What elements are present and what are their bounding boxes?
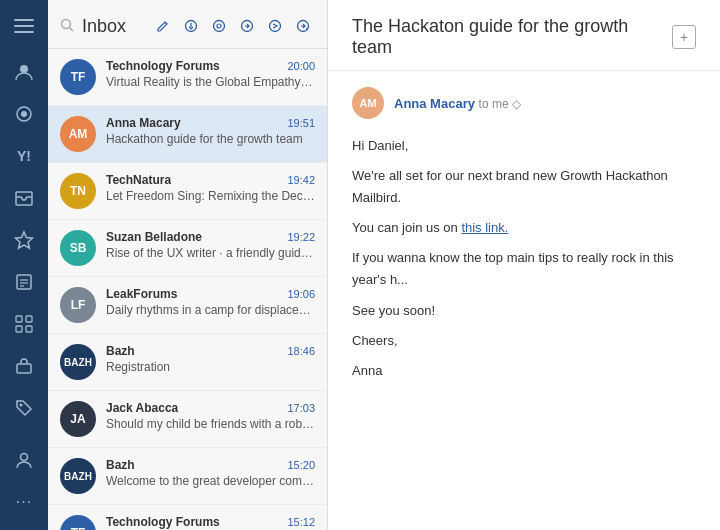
from-row: AM Anna Macary to me ◇	[352, 87, 696, 119]
email-subject: Welcome to the great developer commu...	[106, 474, 315, 488]
add-to-folder-icon[interactable]: +	[672, 25, 696, 49]
sender-avatar: AM	[352, 87, 384, 119]
sidebar-item-people[interactable]	[4, 52, 44, 92]
body-cheers: Cheers,	[352, 330, 696, 352]
email-item[interactable]: TF Technology Forums 15:12 Learning in V…	[48, 505, 327, 530]
email-content: Anna Macary 19:51 Hackathon guide for th…	[106, 116, 315, 146]
sidebar: Y!	[0, 0, 48, 530]
body-see-you: See you soon!	[352, 300, 696, 322]
email-meta: Technology Forums 20:00	[106, 59, 315, 73]
svg-point-19	[214, 21, 225, 32]
svg-rect-10	[26, 316, 32, 322]
email-subject: Should my child be friends with a robot.…	[106, 417, 315, 431]
compose-icon[interactable]	[151, 14, 175, 38]
svg-point-14	[20, 404, 23, 407]
from-name: Anna Macary	[394, 96, 475, 111]
toolbar-icons	[151, 14, 315, 38]
svg-point-2	[21, 111, 27, 117]
sidebar-item-store[interactable]	[4, 346, 44, 386]
sidebar-item-starred[interactable]	[4, 220, 44, 260]
avatar: SB	[60, 230, 96, 266]
svg-point-16	[62, 19, 71, 28]
more-actions-icon[interactable]	[291, 14, 315, 38]
sidebar-item-notes[interactable]	[4, 262, 44, 302]
forward-icon[interactable]	[263, 14, 287, 38]
email-subject: Daily rhythms in a camp for displaced pe…	[106, 303, 315, 317]
download-icon[interactable]	[179, 14, 203, 38]
svg-line-17	[70, 27, 74, 31]
email-sender: LeakForums	[106, 287, 177, 301]
email-content: Technology Forums 15:12 Learning in VR w…	[106, 515, 315, 530]
email-sender: Anna Macary	[106, 116, 181, 130]
email-item[interactable]: BAZH Bazh 15:20 Welcome to the great dev…	[48, 448, 327, 505]
main-content: Inbox	[48, 0, 720, 530]
email-meta: LeakForums 19:06	[106, 287, 315, 301]
email-content: Technology Forums 20:00 Virtual Reality …	[106, 59, 315, 89]
avatar: LF	[60, 287, 96, 323]
email-sender: Jack Abacca	[106, 401, 178, 415]
reply-icon[interactable]	[235, 14, 259, 38]
email-item[interactable]: JA Jack Abacca 17:03 Should my child be …	[48, 391, 327, 448]
avatar: AM	[60, 116, 96, 152]
avatar: BAZH	[60, 344, 96, 380]
body-line-1: We're all set for our next brand new Gro…	[352, 165, 696, 209]
svg-marker-4	[16, 232, 33, 248]
reading-pane: The Hackaton guide for the growth team +…	[328, 0, 720, 530]
email-meta: Jack Abacca 17:03	[106, 401, 315, 415]
email-sender: Bazh	[106, 458, 135, 472]
email-item[interactable]: TN TechNatura 19:42 Let Freedom Sing: Re…	[48, 163, 327, 220]
email-item[interactable]: TF Technology Forums 20:00 Virtual Reali…	[48, 49, 327, 106]
email-item[interactable]: AM Anna Macary 19:51 Hackathon guide for…	[48, 106, 327, 163]
email-item[interactable]: BAZH Bazh 18:46 Registration	[48, 334, 327, 391]
email-time: 18:46	[287, 345, 315, 357]
avatar: BAZH	[60, 458, 96, 494]
email-time: 19:22	[287, 231, 315, 243]
svg-rect-3	[16, 192, 32, 205]
email-list: TF Technology Forums 20:00 Virtual Reali…	[48, 49, 327, 530]
svg-rect-9	[16, 316, 22, 322]
email-meta: Bazh 18:46	[106, 344, 315, 358]
svg-point-22	[270, 21, 281, 32]
filter-icon[interactable]	[207, 14, 231, 38]
body-signature: Anna	[352, 360, 696, 382]
sidebar-item-contacts[interactable]	[4, 94, 44, 134]
email-sender: Technology Forums	[106, 59, 220, 73]
email-list-panel: Inbox	[48, 0, 328, 530]
svg-point-20	[217, 24, 221, 28]
email-item[interactable]: LF LeakForums 19:06 Daily rhythms in a c…	[48, 277, 327, 334]
email-subject: Registration	[106, 360, 315, 374]
svg-rect-13	[17, 364, 31, 373]
from-detail: to me ◇	[479, 97, 521, 111]
email-meta: Anna Macary 19:51	[106, 116, 315, 130]
menu-icon[interactable]	[4, 8, 44, 44]
avatar: TF	[60, 515, 96, 530]
email-body: Hi Daniel, We're all set for our next br…	[352, 135, 696, 382]
email-time: 19:51	[287, 117, 315, 129]
search-icon[interactable]	[60, 18, 74, 35]
email-content: Bazh 15:20 Welcome to the great develope…	[106, 458, 315, 488]
email-content: Jack Abacca 17:03 Should my child be fri…	[106, 401, 315, 431]
email-sender: Suzan Belladone	[106, 230, 202, 244]
email-meta: TechNatura 19:42	[106, 173, 315, 187]
email-title: The Hackaton guide for the growth team	[352, 16, 662, 58]
from-info: Anna Macary to me ◇	[394, 96, 521, 111]
email-subject: Virtual Reality is the Global Empathy Ma…	[106, 75, 315, 89]
sidebar-item-inbox[interactable]	[4, 178, 44, 218]
join-link[interactable]: this link.	[461, 220, 508, 235]
sidebar-item-yahoo[interactable]: Y!	[4, 136, 44, 176]
sidebar-item-more[interactable]: ···	[4, 482, 44, 522]
email-subject: Let Freedom Sing: Remixing the Declarati…	[106, 189, 315, 203]
reading-pane-header: The Hackaton guide for the growth team +	[328, 0, 720, 71]
body-line-2: You can join us on this link.	[352, 217, 696, 239]
sidebar-item-user-profile[interactable]	[4, 440, 44, 480]
sidebar-item-tags[interactable]	[4, 388, 44, 428]
svg-point-0	[20, 65, 28, 73]
email-time: 15:20	[287, 459, 315, 471]
avatar: TN	[60, 173, 96, 209]
email-sender: TechNatura	[106, 173, 171, 187]
email-sender: Technology Forums	[106, 515, 220, 529]
email-subject: Hackathon guide for the growth team	[106, 132, 315, 146]
email-item[interactable]: SB Suzan Belladone 19:22 Rise of the UX …	[48, 220, 327, 277]
sidebar-item-apps[interactable]	[4, 304, 44, 344]
email-sender: Bazh	[106, 344, 135, 358]
